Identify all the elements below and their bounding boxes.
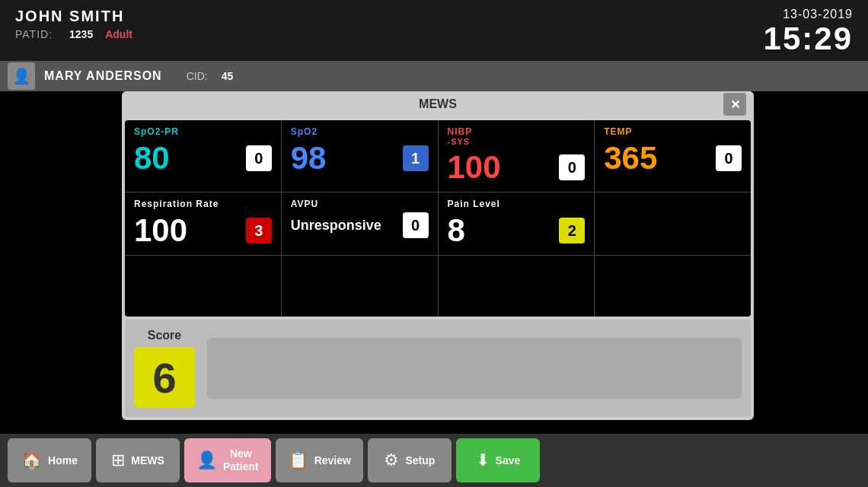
review-icon: 📋 <box>288 450 308 470</box>
empty-cell-3d <box>595 256 751 317</box>
spo2-value: 98 <box>291 140 327 177</box>
mews-button[interactable]: ⊞ MEWS <box>96 438 180 482</box>
spo2pr-score: 0 <box>246 145 272 171</box>
resp-value: 100 <box>134 212 187 249</box>
review-label: Review <box>314 454 351 467</box>
new-patient-icon: 👤 <box>196 450 217 470</box>
save-label: Save <box>496 454 521 467</box>
empty-cell-3c <box>439 256 595 317</box>
score-area: Score 6 <box>125 320 751 417</box>
empty-cell-3a <box>125 256 282 317</box>
mews-grid-icon: ⊞ <box>111 450 125 470</box>
mews-label: MEWS <box>131 454 164 467</box>
nibp-score: 0 <box>559 154 585 180</box>
score-section: Score 6 <box>134 329 195 408</box>
review-button[interactable]: 📋 Review <box>276 438 363 482</box>
vitals-row-3 <box>125 256 751 317</box>
spo2-score: 1 <box>403 145 429 171</box>
spo2-label: SpO2 <box>291 126 429 137</box>
pain-cell: Pain Level 8 2 <box>439 193 595 255</box>
empty-cell-2 <box>595 193 751 255</box>
cid-label: CID: <box>187 70 208 82</box>
home-label: Home <box>48 454 78 467</box>
save-icon: ⬇ <box>476 450 490 470</box>
empty-cell-3b <box>282 256 439 317</box>
save-button[interactable]: ⬇ Save <box>456 438 540 482</box>
person-icon: 👤 <box>12 67 31 85</box>
score-comment-box[interactable] <box>207 338 742 399</box>
temp-score: 0 <box>716 145 742 171</box>
vitals-row-2: Respiration Rate 100 3 AVPU Unresponsive… <box>125 193 751 256</box>
setup-label: Setup <box>405 454 435 467</box>
avpu-value: Unresponsive <box>291 218 381 234</box>
spo2pr-label: SpO2-PR <box>134 126 272 137</box>
temp-value: 365 <box>604 140 657 177</box>
nibp-cell: NIBP -SYS 100 0 <box>439 120 595 192</box>
patid-label: PATID: <box>15 28 53 40</box>
vitals-row-1: SpO2-PR 80 0 SpO2 98 1 NIBP -SYS <box>125 120 751 193</box>
temp-cell: TEMP 365 0 <box>595 120 751 192</box>
spo2pr-cell: SpO2-PR 80 0 <box>125 120 282 192</box>
score-label: Score <box>148 329 181 342</box>
nibp-value: 100 <box>448 149 501 186</box>
temp-label: TEMP <box>604 126 742 137</box>
patient-name: JOHN SMITH <box>15 8 764 25</box>
pain-value: 8 <box>448 212 465 249</box>
pain-label: Pain Level <box>448 199 586 209</box>
datetime: 13-03-2019 15:29 <box>764 8 853 56</box>
avpu-cell: AVPU Unresponsive 0 <box>282 193 439 255</box>
score-value: 6 <box>134 347 195 408</box>
modal-header: MEWS ✕ <box>122 91 754 117</box>
mews-modal: MEWS ✕ SpO2-PR 80 0 SpO2 98 1 <box>122 91 754 420</box>
modal-title: MEWS <box>419 97 457 111</box>
time-display: 15:29 <box>764 21 853 56</box>
resp-label: Respiration Rate <box>134 199 272 209</box>
patient-info: JOHN SMITH PATID: 1235 Adult <box>15 8 764 40</box>
close-icon: ✕ <box>730 97 740 112</box>
patient-type: Adult <box>105 28 132 40</box>
mews-grid: SpO2-PR 80 0 SpO2 98 1 NIBP -SYS <box>125 120 751 317</box>
cid-value: 45 <box>222 70 234 82</box>
avpu-label: AVPU <box>291 199 429 209</box>
avatar: 👤 <box>8 62 35 90</box>
secondary-header: 👤 MARY ANDERSON CID: 45 <box>0 61 868 91</box>
home-button[interactable]: 🏠 Home <box>8 438 91 482</box>
new-patient-button[interactable]: 👤 NewPatient <box>184 438 271 482</box>
top-bar: JOHN SMITH PATID: 1235 Adult 13-03-2019 … <box>0 0 868 61</box>
date-display: 13-03-2019 <box>764 8 853 21</box>
nibp-label: NIBP -SYS <box>448 126 586 146</box>
secondary-patient-name: MARY ANDERSON <box>44 69 162 83</box>
close-button[interactable]: ✕ <box>723 93 746 116</box>
bottom-nav: 🏠 Home ⊞ MEWS 👤 NewPatient 📋 Review ⚙ Se… <box>0 434 868 487</box>
resp-cell: Respiration Rate 100 3 <box>125 193 282 255</box>
avpu-score: 0 <box>403 212 429 238</box>
setup-icon: ⚙ <box>384 450 399 470</box>
setup-button[interactable]: ⚙ Setup <box>368 438 452 482</box>
resp-score: 3 <box>246 218 272 244</box>
patid-value: 1235 <box>69 28 93 40</box>
home-icon: 🏠 <box>21 450 42 470</box>
spo2-cell: SpO2 98 1 <box>282 120 439 192</box>
spo2pr-value: 80 <box>134 140 170 177</box>
new-patient-label: NewPatient <box>223 447 259 473</box>
nibp-sublabel: -SYS <box>448 137 586 146</box>
pain-score: 2 <box>559 218 585 244</box>
